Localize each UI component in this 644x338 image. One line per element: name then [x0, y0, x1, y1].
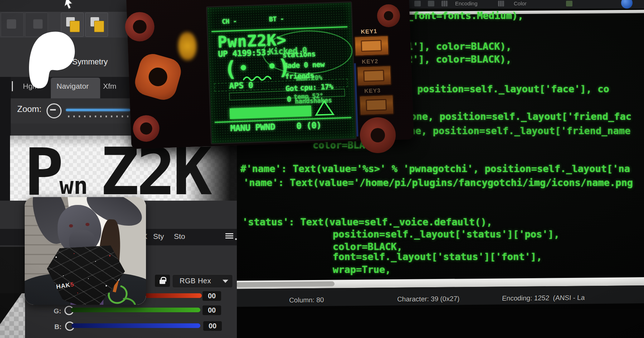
- oled-mode: MANU PWND: [230, 122, 275, 133]
- key3-label: KEY3: [364, 87, 381, 94]
- oled-aps: APS 0: [229, 80, 253, 90]
- tab-sto[interactable]: Sto: [174, 232, 185, 241]
- mask-eye: [69, 224, 73, 227]
- key3-button: [359, 94, 395, 116]
- docker-menu-dot: [235, 238, 237, 240]
- chevron-down-icon: [223, 280, 228, 283]
- key1-label: KEY1: [361, 28, 377, 35]
- tab-xfm[interactable]: Xfm: [103, 82, 116, 90]
- red-value[interactable]: 00: [203, 291, 221, 301]
- color-mode-dropdown[interactable]: RGB Hex: [172, 274, 233, 288]
- tool-button-1[interactable]: [1, 13, 24, 37]
- zoom-slider[interactable]: [66, 109, 130, 111]
- zoom-ticks: [68, 116, 130, 117]
- key1-button: [354, 35, 390, 57]
- red-slider[interactable]: [145, 293, 202, 298]
- zoom-label: Zoom:: [17, 104, 42, 114]
- canvas-corner-checker: [0, 293, 25, 338]
- tab-sty[interactable]: Sty: [153, 232, 164, 241]
- mouse-cursor: [62, 0, 74, 9]
- green-label: G:: [54, 307, 61, 315]
- washer-screw: [377, 4, 400, 27]
- webcam-overlay: HAK5: [25, 197, 146, 305]
- oled-face-left-paren: (: [224, 57, 237, 81]
- joystick: [132, 51, 184, 103]
- status-character: Character: 39 (0x27): [397, 295, 459, 303]
- duplicate-layer-button[interactable]: [85, 13, 108, 37]
- standoff-screw: [132, 115, 160, 142]
- oled-screen: CH - BT - PwnZ2K> UP 4199:53: Kicked 0 (…: [206, 1, 357, 144]
- symmetry-label: Symmetry: [72, 57, 108, 67]
- oled-channel: CH -: [222, 17, 237, 25]
- tab-divider: [12, 81, 13, 91]
- key2-label: KEY2: [362, 58, 378, 65]
- blue-label: B:: [54, 323, 62, 331]
- blue-slider[interactable]: [72, 323, 200, 328]
- status-column: Column: 80: [289, 296, 324, 304]
- code-editor-toolbar: Encoding Color: [404, 0, 644, 9]
- oled-made: Made 0 new: [283, 60, 325, 70]
- mask-eye: [86, 223, 89, 226]
- docker-menu-icon[interactable]: [225, 233, 233, 240]
- oled-triangle-icon: [314, 99, 335, 117]
- oled-pwnd-count: 0 (0): [296, 120, 322, 131]
- zoom-in-icon[interactable]: [428, 1, 434, 6]
- oled-stations: stations: [282, 50, 316, 59]
- print-icon[interactable]: [414, 1, 421, 6]
- light-reflection: [177, 31, 197, 61]
- green-slider[interactable]: [71, 308, 200, 312]
- patreon-logo[interactable]: [25, 28, 76, 92]
- key2-button: [356, 65, 392, 87]
- zoom-out-button[interactable]: [47, 103, 62, 118]
- oled-bluetooth: BT -: [269, 15, 284, 23]
- canvas-corner-shape: [0, 293, 25, 338]
- status-encoding: Encoding: 1252 (ANSI - La: [502, 294, 585, 302]
- lock-button[interactable]: [155, 275, 170, 287]
- view-icon[interactable]: [441, 1, 448, 6]
- leaf-icon[interactable]: [566, 1, 572, 6]
- scrollbar-thumb[interactable]: [236, 281, 335, 287]
- washer-screw: [360, 117, 396, 153]
- canvas-corner-dark: [0, 247, 25, 294]
- color-mode-label: RGB Hex: [180, 277, 211, 285]
- menu-encoding[interactable]: Encoding: [455, 0, 478, 6]
- menu-color[interactable]: Color: [514, 0, 527, 6]
- color-grid-icon[interactable]: [498, 1, 504, 6]
- green-value[interactable]: 00: [203, 305, 221, 315]
- screenshot-root: Encoding Color tt_font=fonts.Medium),['l…: [0, 0, 644, 338]
- standoff-screw: [125, 11, 155, 42]
- status-bar: Column: 80 Character: 39 (0x27) Encoding…: [229, 285, 644, 307]
- layer-front-icon: [94, 21, 104, 32]
- blue-value[interactable]: 00: [203, 321, 222, 331]
